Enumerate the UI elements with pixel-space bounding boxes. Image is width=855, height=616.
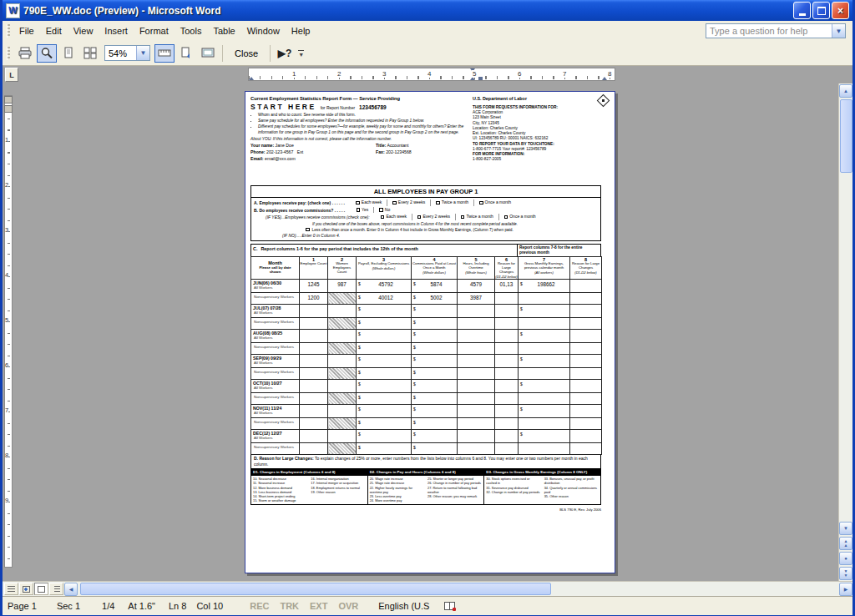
- full-screen-button[interactable]: [198, 44, 218, 63]
- report-number-value: 123456789: [359, 104, 387, 110]
- menu-window[interactable]: Window: [241, 23, 286, 39]
- dollar-cell: $: [412, 367, 458, 379]
- checkbox-option: Each week: [376, 214, 407, 220]
- menu-view[interactable]: View: [68, 23, 99, 39]
- context-help-button[interactable]: ▶?: [275, 44, 295, 63]
- zoom-dropdown-icon[interactable]: ▼: [136, 46, 149, 60]
- minimize-button[interactable]: [793, 2, 811, 19]
- menu-file[interactable]: File: [13, 23, 40, 39]
- dollar-sign: $: [413, 345, 416, 350]
- vertical-scroll-thumb[interactable]: [840, 99, 852, 173]
- zoom-combobox[interactable]: 54% ▼: [104, 45, 150, 61]
- menu-insert[interactable]: Insert: [99, 23, 134, 39]
- menu-format[interactable]: Format: [134, 23, 175, 39]
- normal-view-button[interactable]: [4, 583, 18, 595]
- reason-cell: [495, 304, 519, 317]
- hours-cell: [458, 342, 495, 354]
- select-browse-object-button[interactable]: ●: [839, 552, 852, 565]
- full-screen-icon: [201, 47, 215, 59]
- women-count-hatched-cell: [328, 442, 357, 454]
- menu-tools[interactable]: Tools: [175, 23, 208, 39]
- title-bar[interactable]: W 790E_WW.doc (Preview) - Microsoft Word…: [3, 0, 852, 21]
- option-label: Once a month: [485, 199, 511, 206]
- scroll-right-button[interactable]: ▶: [839, 583, 852, 596]
- dollar-cell: $: [357, 354, 412, 367]
- scroll-down-button[interactable]: ▼: [839, 522, 852, 535]
- nonsupervisory-label-cell: Nonsupervisory Workers: [251, 342, 300, 354]
- next-page-button[interactable]: ▼▼: [839, 567, 852, 580]
- employee-count-cell: [300, 429, 328, 442]
- menu-bar-grip[interactable]: [7, 24, 10, 38]
- ruler-number: 1: [291, 70, 296, 78]
- view-ruler-button[interactable]: [154, 44, 175, 63]
- left-indent-marker[interactable]: [478, 77, 483, 80]
- dollar-cell: $: [412, 404, 458, 417]
- status-page[interactable]: Page 1: [8, 601, 37, 611]
- month-row-all-workers: JUL(07) 07/28All Workers$$$: [251, 304, 602, 317]
- previous-page-button[interactable]: ▲▲: [839, 537, 852, 550]
- close-window-button[interactable]: ×: [832, 2, 849, 19]
- dollar-cell: $: [357, 317, 412, 329]
- one-page-button[interactable]: [58, 44, 78, 63]
- outline-view-button[interactable]: [49, 583, 63, 595]
- close-preview-button[interactable]: Close: [227, 45, 266, 62]
- if-yes-label: (IF YES)...Employees receive commissions…: [266, 215, 370, 220]
- month-cell: DEC(12) 12/27All Workers: [251, 429, 300, 442]
- scroll-up-button[interactable]: ▲: [839, 84, 852, 98]
- month-name: SEP(09) 09/29: [251, 355, 299, 361]
- menu-help[interactable]: Help: [286, 23, 316, 39]
- option-label: Twice a month: [466, 214, 493, 220]
- women-count-hatched-cell: [328, 367, 357, 379]
- women-count-cell: [328, 304, 357, 317]
- dollar-cell: $: [519, 329, 570, 342]
- table-cell: [519, 392, 570, 404]
- vertical-scrollbar[interactable]: ▲ ▼ ▲▲ ● ▼▼: [838, 83, 852, 581]
- spelling-status-icon[interactable]: [444, 602, 455, 610]
- status-toggle-ovr[interactable]: OVR: [338, 601, 358, 611]
- multiple-pages-button[interactable]: [80, 44, 100, 63]
- document-page[interactable]: Current Employment Statistics Report For…: [245, 91, 615, 573]
- top-margin-marker[interactable]: [4, 96, 13, 104]
- print-layout-view-button[interactable]: [34, 583, 48, 595]
- menu-table[interactable]: Table: [207, 23, 240, 39]
- status-toggle-rec[interactable]: REC: [250, 601, 269, 611]
- reason-cell: [495, 329, 519, 342]
- nonsupervisory-label: Nonsupervisory Workers: [251, 418, 299, 424]
- magnifier-button[interactable]: [37, 44, 57, 63]
- toolbar-grip[interactable]: [7, 47, 10, 60]
- ruler-number: 2: [336, 70, 341, 78]
- dollar-sign: $: [358, 395, 361, 400]
- more-info-number: 1-800-827-2005: [473, 157, 610, 162]
- nonsupervisory-label: Nonsupervisory Workers: [251, 443, 299, 449]
- checkbox-icon: [392, 201, 397, 205]
- instruction-bullets: Whom and who to count: See reverse side …: [258, 113, 466, 135]
- toolbar-options-icon[interactable]: ▼: [298, 50, 304, 57]
- shrink-to-fit-button[interactable]: [176, 44, 196, 63]
- dollar-sign: $: [358, 345, 361, 350]
- table-cell: [570, 342, 602, 354]
- horizontal-scroll-track[interactable]: [78, 583, 838, 596]
- question-dropdown-icon[interactable]: ▼: [832, 24, 845, 38]
- reason-code-item: 34. Quarterly or annual commissions paid: [544, 486, 599, 495]
- checkbox-icon: [417, 215, 422, 220]
- horizontal-scroll-thumb[interactable]: [80, 583, 551, 595]
- column-header-6: 6Reason for Large Changes(D1-D2 below): [495, 256, 519, 279]
- hours-cell: [458, 417, 495, 429]
- scroll-left-button[interactable]: ◀: [64, 583, 78, 596]
- question-help-box[interactable]: Type a question for help ▼: [706, 23, 846, 38]
- section-d-label: D.: [254, 456, 258, 461]
- menu-edit[interactable]: Edit: [40, 23, 68, 39]
- web-layout-view-button[interactable]: [19, 583, 33, 595]
- status-toggle-ext[interactable]: EXT: [310, 601, 327, 611]
- tab-stop-selector[interactable]: L: [5, 68, 18, 82]
- instruction-bullet: Different pay schedules for some employe…: [258, 124, 466, 134]
- hanging-indent-marker[interactable]: [249, 77, 254, 80]
- horizontal-scrollbar[interactable]: ◀ ▶: [3, 581, 852, 596]
- section-c-label: C.: [251, 245, 261, 256]
- restore-button[interactable]: [812, 2, 830, 19]
- employee-count-cell: [300, 342, 328, 354]
- top-margin-marker[interactable]: [4, 105, 13, 113]
- status-toggle-trk[interactable]: TRK: [280, 601, 299, 611]
- dollar-sign: $: [413, 432, 416, 437]
- print-button[interactable]: [15, 44, 35, 63]
